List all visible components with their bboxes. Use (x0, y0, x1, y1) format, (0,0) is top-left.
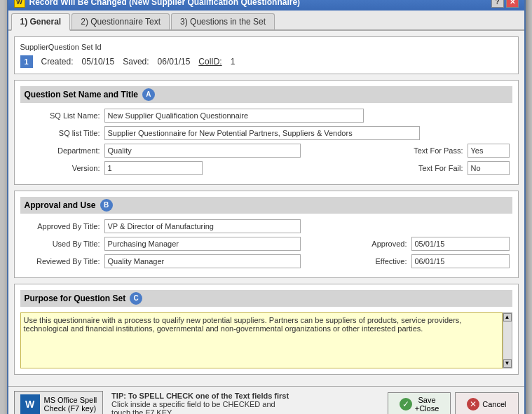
purpose-textarea-area: Use this questionnaire with a process to… (20, 312, 512, 368)
saved-value: 06/01/15 (158, 57, 191, 67)
used-by-row: Used By Title: Approved: (23, 237, 510, 251)
tab-questions-in-set[interactable]: 3) Questions in the Set (171, 13, 275, 29)
created-value: 05/10/15 (82, 57, 115, 67)
scroll-up-button[interactable]: ▲ (503, 313, 512, 322)
version-label: Version: (23, 164, 100, 172)
text-for-fail-right: Text For Fail: (407, 161, 510, 175)
spell-check-label: MS Office SpellCheck (F7 key) (44, 396, 97, 413)
footer: W MS Office SpellCheck (F7 key) TIP: To … (8, 386, 524, 415)
version-row: Version: Text For Fail: (23, 161, 510, 175)
sq-list-name-row: SQ List Name: (23, 109, 510, 123)
approved-by-label: Approved By Title: (23, 222, 100, 230)
approved-by-left: Approved By Title: (23, 219, 301, 233)
supplier-info-row: 1 Created: 05/10/15 Saved: 06/01/15 ColI… (20, 55, 512, 68)
help-button[interactable]: ? (491, 0, 504, 8)
question-set-content: SQ List Name: SQ list Title: Department:… (20, 109, 512, 175)
content-area: SupplierQuestion Set Id 1 Created: 05/10… (8, 31, 524, 386)
department-label: Department: (23, 146, 100, 155)
used-by-input[interactable] (104, 237, 301, 251)
sq-list-name-label: SQ List Name: (23, 111, 100, 120)
text-for-fail-label: Text For Fail: (407, 164, 463, 172)
scroll-down-button[interactable]: ▼ (503, 359, 512, 368)
department-input[interactable] (104, 144, 301, 158)
question-set-badge: A (142, 88, 155, 101)
close-button[interactable]: ✕ (506, 0, 519, 8)
text-for-fail-input[interactable] (468, 161, 510, 175)
title-bar: W Record Will Be Changed (New Supplier Q… (8, 0, 524, 11)
purpose-box: PPurpose for Question Set C Use this que… (14, 284, 519, 375)
tab-bar: 1) General 2) Questionnaire Text 3) Ques… (8, 11, 524, 31)
sq-list-title-input[interactable] (104, 126, 420, 140)
approval-content: Approved By Title: Used By Title: Approv… (20, 219, 512, 268)
reviewed-by-input[interactable] (104, 254, 301, 268)
purpose-textarea[interactable]: Use this questionnaire with a process to… (20, 312, 503, 368)
approved-date-right: Approved: (351, 237, 510, 251)
question-set-title: Question Set Name and Title (25, 90, 138, 99)
purpose-header: PPurpose for Question Set C (20, 290, 512, 307)
save-label: Save+Close (415, 396, 439, 413)
id-badge: 1 (20, 55, 33, 68)
approval-title: Approval and Use (25, 200, 96, 210)
approved-date-label: Approved: (351, 240, 407, 248)
scrollbar[interactable]: ▲ ▼ (503, 312, 512, 368)
sq-list-name-input[interactable] (104, 109, 364, 123)
used-by-label: Used By Title: (23, 240, 100, 248)
spell-check-button[interactable]: W MS Office SpellCheck (F7 key) (14, 391, 104, 415)
cancel-icon: ✕ (467, 398, 479, 410)
version-left: Version: (23, 161, 203, 175)
approval-box: AApproval and Use B Approved By Title: U… (14, 191, 519, 278)
saved-label: Saved: (123, 57, 149, 67)
main-window: W Record Will Be Changed (New Supplier Q… (7, 0, 526, 414)
used-by-left: Used By Title: (23, 237, 301, 251)
sq-list-title-row: SQ list Title: (23, 126, 510, 140)
spell-icon: W (20, 394, 40, 414)
supplier-info-box: SupplierQuestion Set Id 1 Created: 05/10… (14, 36, 519, 74)
effective-date-input[interactable] (411, 254, 510, 268)
approved-by-row: Approved By Title: (23, 219, 510, 233)
col-id-value: 1 (231, 57, 236, 67)
cancel-button[interactable]: ✕ Cancel (455, 392, 518, 415)
supplier-group-label: SupplierQuestion Set Id (20, 43, 512, 51)
tab-general[interactable]: 1) General (11, 13, 71, 31)
title-bar-left: W Record Will Be Changed (New Supplier Q… (14, 0, 301, 8)
purpose-badge: C (130, 292, 142, 305)
question-set-header: Question Set Name and Title A (20, 86, 512, 103)
text-for-pass-right: Text For Pass: (407, 144, 510, 158)
tip-text: TIP: To SPELL CHECK one of the Text fiel… (111, 392, 379, 415)
approved-by-input[interactable] (104, 219, 301, 233)
app-icon: W (14, 0, 25, 8)
effective-date-right: Effective: (351, 254, 510, 268)
purpose-title: Purpose for Question Set (25, 294, 126, 303)
department-row: Department: Text For Pass: (23, 144, 510, 158)
cancel-label: Cancel (482, 400, 506, 408)
question-set-box: Question Set Name and Title A SQ List Na… (14, 80, 519, 185)
reviewed-by-label: Reviewed By Title: (23, 257, 100, 265)
version-input[interactable] (104, 161, 203, 175)
created-label: Created: (41, 57, 74, 67)
text-for-pass-label: Text For Pass: (407, 146, 463, 155)
tab-questionnaire-text[interactable]: 2) Questionnaire Text (71, 13, 170, 29)
action-buttons: ✓ Save+Close ✕ Cancel (388, 392, 519, 415)
text-for-pass-input[interactable] (468, 144, 510, 158)
department-left: Department: (23, 144, 301, 158)
window-title: Record Will Be Changed (New Supplier Qua… (29, 0, 301, 7)
approved-date-input[interactable] (411, 237, 510, 251)
reviewed-by-row: Reviewed By Title: Effective: (23, 254, 510, 268)
approval-header: AApproval and Use B (20, 197, 512, 214)
reviewed-by-left: Reviewed By Title: (23, 254, 301, 268)
save-icon: ✓ (400, 398, 412, 410)
save-button[interactable]: ✓ Save+Close (388, 392, 451, 415)
col-id-label: ColID: (198, 57, 221, 67)
sq-list-title-label: SQ list Title: (23, 129, 100, 137)
approval-badge: B (100, 199, 113, 212)
title-buttons: ? ✕ (491, 0, 519, 8)
effective-date-label: Effective: (351, 257, 407, 265)
